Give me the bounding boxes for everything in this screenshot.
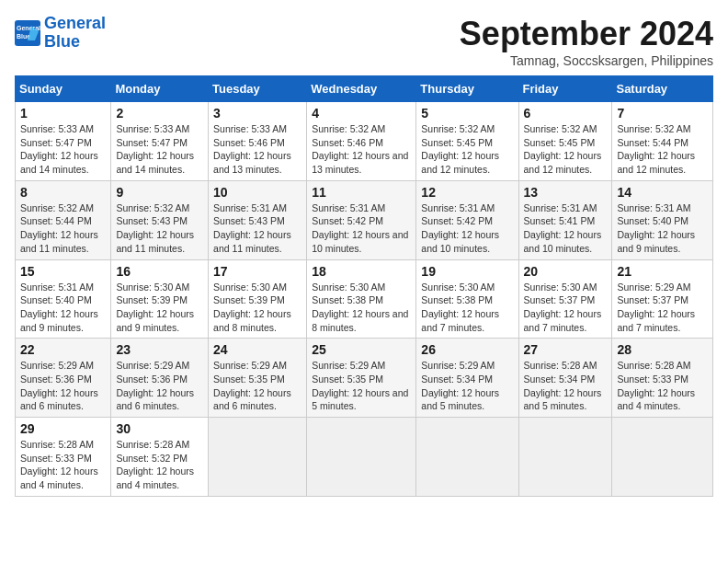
calendar-cell: 2 Sunrise: 5:33 AM Sunset: 5:47 PM Dayli… — [111, 102, 209, 181]
calendar-cell: 4 Sunrise: 5:32 AM Sunset: 5:46 PM Dayli… — [307, 102, 416, 181]
day-number: 14 — [617, 185, 708, 200]
logo: General Blue General Blue — [15, 15, 106, 52]
title-block: September 2024 Tamnag, Soccsksargen, Phi… — [460, 15, 713, 68]
calendar-cell: 18 Sunrise: 5:30 AM Sunset: 5:38 PM Dayl… — [307, 259, 416, 339]
calendar-cell: 13 Sunrise: 5:31 AM Sunset: 5:41 PM Dayl… — [518, 180, 612, 259]
calendar-cell: 19 Sunrise: 5:30 AM Sunset: 5:38 PM Dayl… — [416, 259, 518, 339]
day-number: 27 — [524, 342, 608, 357]
calendar-cell: 8 Sunrise: 5:32 AM Sunset: 5:44 PM Dayli… — [16, 180, 111, 259]
day-number: 5 — [421, 106, 513, 121]
day-number: 9 — [116, 185, 203, 200]
day-number: 8 — [20, 185, 106, 200]
day-info: Sunrise: 5:29 AM Sunset: 5:35 PM Dayligh… — [213, 359, 301, 413]
day-number: 21 — [617, 264, 708, 279]
calendar-cell: 7 Sunrise: 5:32 AM Sunset: 5:44 PM Dayli… — [612, 102, 713, 181]
day-info: Sunrise: 5:32 AM Sunset: 5:44 PM Dayligh… — [617, 122, 708, 177]
col-wednesday: Wednesday — [307, 76, 416, 102]
day-number: 25 — [312, 342, 411, 357]
day-info: Sunrise: 5:31 AM Sunset: 5:40 PM Dayligh… — [20, 281, 106, 335]
day-info: Sunrise: 5:29 AM Sunset: 5:37 PM Dayligh… — [617, 281, 708, 335]
calendar-cell: 9 Sunrise: 5:32 AM Sunset: 5:43 PM Dayli… — [111, 180, 209, 259]
day-info: Sunrise: 5:30 AM Sunset: 5:38 PM Dayligh… — [312, 281, 411, 335]
day-number: 26 — [421, 342, 513, 357]
day-info: Sunrise: 5:31 AM Sunset: 5:43 PM Dayligh… — [213, 201, 301, 256]
day-info: Sunrise: 5:33 AM Sunset: 5:46 PM Dayligh… — [213, 122, 301, 177]
calendar-table: Sunday Monday Tuesday Wednesday Thursday… — [15, 75, 713, 497]
day-info: Sunrise: 5:29 AM Sunset: 5:36 PM Dayligh… — [116, 359, 203, 413]
day-info: Sunrise: 5:32 AM Sunset: 5:45 PM Dayligh… — [421, 122, 513, 177]
day-info: Sunrise: 5:29 AM Sunset: 5:34 PM Dayligh… — [421, 359, 513, 413]
day-number: 18 — [312, 264, 411, 279]
calendar-cell: 23 Sunrise: 5:29 AM Sunset: 5:36 PM Dayl… — [111, 339, 209, 418]
day-info: Sunrise: 5:33 AM Sunset: 5:47 PM Dayligh… — [20, 122, 106, 177]
col-monday: Monday — [111, 76, 209, 102]
logo-text: General Blue — [44, 15, 106, 52]
calendar-cell: 26 Sunrise: 5:29 AM Sunset: 5:34 PM Dayl… — [416, 339, 518, 418]
day-number: 22 — [20, 342, 106, 357]
day-info: Sunrise: 5:32 AM Sunset: 5:43 PM Dayligh… — [116, 201, 203, 256]
day-number: 1 — [20, 106, 106, 121]
day-number: 24 — [213, 342, 301, 357]
day-info: Sunrise: 5:30 AM Sunset: 5:39 PM Dayligh… — [116, 281, 203, 335]
calendar-cell: 10 Sunrise: 5:31 AM Sunset: 5:43 PM Dayl… — [209, 180, 307, 259]
day-number: 23 — [116, 342, 203, 357]
page-header: General Blue General Blue September 2024… — [15, 15, 713, 68]
month-title: September 2024 — [460, 15, 713, 53]
day-number: 17 — [213, 264, 301, 279]
calendar-cell: 5 Sunrise: 5:32 AM Sunset: 5:45 PM Dayli… — [416, 102, 518, 181]
day-number: 10 — [213, 185, 301, 200]
calendar-cell: 11 Sunrise: 5:31 AM Sunset: 5:42 PM Dayl… — [307, 180, 416, 259]
calendar-row: 22 Sunrise: 5:29 AM Sunset: 5:36 PM Dayl… — [16, 339, 713, 418]
day-number: 13 — [524, 185, 608, 200]
day-number: 20 — [524, 264, 608, 279]
day-number: 6 — [524, 106, 608, 121]
day-number: 19 — [421, 264, 513, 279]
empty-cell — [518, 418, 612, 497]
calendar-cell: 14 Sunrise: 5:31 AM Sunset: 5:40 PM Dayl… — [612, 180, 713, 259]
day-info: Sunrise: 5:30 AM Sunset: 5:38 PM Dayligh… — [421, 281, 513, 335]
calendar-cell: 12 Sunrise: 5:31 AM Sunset: 5:42 PM Dayl… — [416, 180, 518, 259]
calendar-row: 15 Sunrise: 5:31 AM Sunset: 5:40 PM Dayl… — [16, 259, 713, 339]
header-row: Sunday Monday Tuesday Wednesday Thursday… — [16, 76, 713, 102]
calendar-cell: 27 Sunrise: 5:28 AM Sunset: 5:34 PM Dayl… — [518, 339, 612, 418]
calendar-row: 8 Sunrise: 5:32 AM Sunset: 5:44 PM Dayli… — [16, 180, 713, 259]
day-number: 16 — [116, 264, 203, 279]
day-number: 4 — [312, 106, 411, 121]
day-number: 28 — [617, 342, 708, 357]
day-info: Sunrise: 5:30 AM Sunset: 5:37 PM Dayligh… — [524, 281, 608, 335]
empty-cell — [416, 418, 518, 497]
day-info: Sunrise: 5:31 AM Sunset: 5:42 PM Dayligh… — [421, 201, 513, 256]
day-info: Sunrise: 5:32 AM Sunset: 5:44 PM Dayligh… — [20, 201, 106, 256]
calendar-row: 1 Sunrise: 5:33 AM Sunset: 5:47 PM Dayli… — [16, 102, 713, 181]
day-info: Sunrise: 5:33 AM Sunset: 5:47 PM Dayligh… — [116, 122, 203, 177]
day-info: Sunrise: 5:32 AM Sunset: 5:45 PM Dayligh… — [524, 122, 608, 177]
calendar-cell: 1 Sunrise: 5:33 AM Sunset: 5:47 PM Dayli… — [16, 102, 111, 181]
day-number: 7 — [617, 106, 708, 121]
calendar-cell: 30 Sunrise: 5:28 AM Sunset: 5:32 PM Dayl… — [111, 418, 209, 497]
day-number: 30 — [116, 421, 203, 436]
day-number: 3 — [213, 106, 301, 121]
day-info: Sunrise: 5:28 AM Sunset: 5:33 PM Dayligh… — [617, 359, 708, 413]
day-info: Sunrise: 5:31 AM Sunset: 5:41 PM Dayligh… — [524, 201, 608, 256]
calendar-cell: 17 Sunrise: 5:30 AM Sunset: 5:39 PM Dayl… — [209, 259, 307, 339]
col-tuesday: Tuesday — [209, 76, 307, 102]
day-number: 29 — [20, 421, 106, 436]
day-info: Sunrise: 5:32 AM Sunset: 5:46 PM Dayligh… — [312, 122, 411, 177]
day-number: 12 — [421, 185, 513, 200]
calendar-cell: 21 Sunrise: 5:29 AM Sunset: 5:37 PM Dayl… — [612, 259, 713, 339]
empty-cell — [612, 418, 713, 497]
calendar-cell: 15 Sunrise: 5:31 AM Sunset: 5:40 PM Dayl… — [16, 259, 111, 339]
day-number: 15 — [20, 264, 106, 279]
day-number: 2 — [116, 106, 203, 121]
calendar-cell: 22 Sunrise: 5:29 AM Sunset: 5:36 PM Dayl… — [16, 339, 111, 418]
empty-cell — [209, 418, 307, 497]
calendar-cell: 6 Sunrise: 5:32 AM Sunset: 5:45 PM Dayli… — [518, 102, 612, 181]
day-number: 11 — [312, 185, 411, 200]
col-friday: Friday — [518, 76, 612, 102]
calendar-cell: 16 Sunrise: 5:30 AM Sunset: 5:39 PM Dayl… — [111, 259, 209, 339]
empty-cell — [307, 418, 416, 497]
day-info: Sunrise: 5:28 AM Sunset: 5:34 PM Dayligh… — [524, 359, 608, 413]
subtitle: Tamnag, Soccsksargen, Philippines — [460, 53, 713, 68]
calendar-row: 29 Sunrise: 5:28 AM Sunset: 5:33 PM Dayl… — [16, 418, 713, 497]
day-info: Sunrise: 5:28 AM Sunset: 5:33 PM Dayligh… — [20, 438, 106, 492]
